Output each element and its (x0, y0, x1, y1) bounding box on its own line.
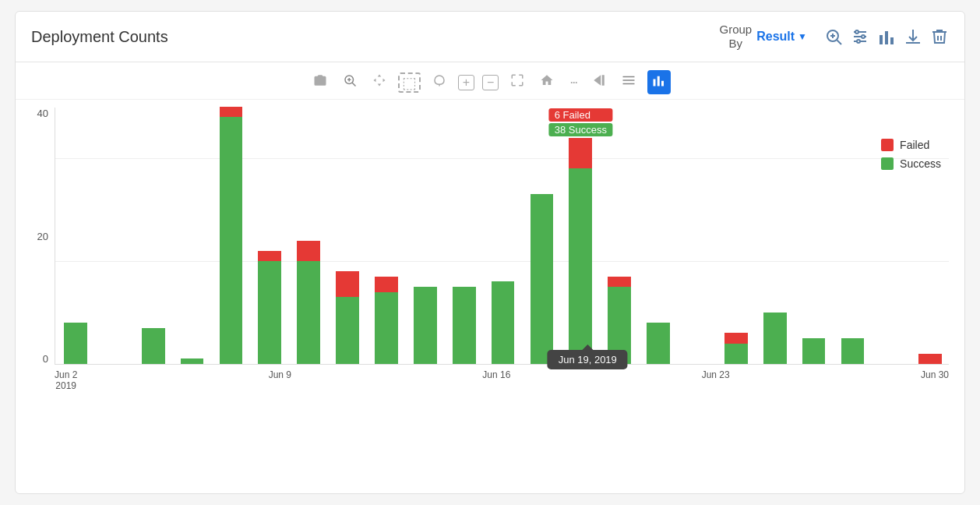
svg-rect-23 (654, 79, 656, 87)
bar-success[interactable] (297, 261, 320, 364)
bar-success[interactable] (181, 358, 204, 364)
select-toolbar-icon[interactable]: ⬚ (398, 72, 421, 93)
svg-point-9 (857, 40, 860, 43)
bar-success[interactable] (531, 194, 554, 364)
svg-marker-18 (594, 75, 601, 86)
lasso-toolbar-icon[interactable] (428, 70, 450, 94)
svg-point-8 (862, 35, 865, 38)
group-by-label: Group By (720, 23, 753, 51)
header-controls: Group By Result ▼ (720, 23, 950, 51)
bar-failed[interactable] (918, 354, 942, 364)
bar-success[interactable] (414, 287, 437, 364)
bar-group (679, 108, 716, 364)
bar-success[interactable] (724, 344, 748, 364)
bar-group (407, 108, 444, 364)
zoom-in-toolbar-icon[interactable]: + (458, 75, 474, 90)
bar-success[interactable] (220, 117, 243, 364)
bar-failed[interactable] (724, 333, 748, 343)
bar-group (290, 108, 327, 364)
svg-rect-21 (623, 79, 635, 81)
date-tooltip-text: Jun 19, 2019 (559, 354, 617, 366)
bars-container: 6 Failed38 Success (55, 108, 949, 365)
bar-failed[interactable] (569, 138, 592, 169)
bar-failed[interactable] (258, 251, 281, 261)
bar-group (717, 108, 755, 364)
bar-group (872, 108, 910, 364)
bar-group (213, 108, 250, 364)
zoom-out-toolbar-icon[interactable]: − (482, 75, 499, 90)
bar-group (251, 108, 288, 364)
camera-toolbar-icon[interactable] (309, 70, 331, 94)
x-label-jun23: Jun 23 (702, 369, 730, 391)
bar-group (834, 108, 872, 364)
hovermode-toolbar-icon[interactable] (618, 70, 640, 94)
bar-group (96, 108, 133, 364)
svg-rect-11 (885, 31, 888, 44)
result-dropdown[interactable]: Result ▼ (756, 30, 807, 44)
download-icon[interactable] (904, 27, 922, 46)
compare-toolbar-icon[interactable] (588, 70, 610, 94)
bar-success[interactable] (258, 261, 281, 364)
x-label-jun9: Jun 9 (269, 369, 291, 391)
bar-group (368, 108, 405, 364)
x-axis: Jun 2 2019 Jun 9 Jun 16 Jun 23 Jun 30 (55, 365, 949, 391)
bar-failed[interactable] (220, 107, 243, 117)
svg-rect-20 (623, 76, 635, 78)
bar-group (756, 108, 794, 364)
bar-success[interactable] (841, 338, 865, 364)
bar-failed[interactable] (297, 241, 320, 261)
chevron-down-icon: ▼ (798, 31, 807, 42)
bar-success[interactable] (802, 338, 826, 364)
bar-group (911, 108, 949, 364)
autoscale-toolbar-icon[interactable] (506, 70, 528, 94)
chart-main: 6 Failed38 Success Jun 2 2019 Jun 9 Jun … (55, 108, 949, 391)
x-label-jun30: Jun 30 (921, 369, 949, 391)
pan-toolbar-icon[interactable] (368, 70, 390, 94)
bar-success[interactable] (647, 323, 670, 364)
bar-success[interactable] (569, 168, 592, 364)
date-tooltip: Jun 19, 2019 (548, 350, 628, 369)
bar-group: 6 Failed38 Success (562, 108, 599, 364)
result-label: Result (756, 30, 795, 44)
bar-success[interactable] (492, 281, 515, 364)
svg-rect-22 (623, 83, 635, 85)
bar-group (485, 108, 522, 364)
svg-point-7 (855, 30, 858, 34)
bar-group (135, 108, 172, 364)
bar-failed[interactable] (608, 277, 631, 287)
bar-success[interactable] (142, 328, 165, 364)
card-title: Deployment Counts (31, 28, 168, 46)
bar-group (329, 108, 366, 364)
header-icons (824, 27, 949, 46)
y-label-20: 20 (37, 231, 48, 242)
zoom-toolbar-icon[interactable] (339, 70, 361, 94)
bar-success[interactable] (763, 313, 787, 364)
x-label-jun16: Jun 16 (482, 369, 510, 391)
bar-failed[interactable] (375, 277, 398, 292)
svg-line-15 (352, 83, 356, 87)
delete-icon[interactable] (930, 27, 949, 46)
bar-group (174, 108, 211, 364)
filter-settings-icon[interactable] (851, 27, 869, 46)
bar-group (795, 108, 833, 364)
chart-area: 0 20 40 6 Failed38 Success (16, 100, 964, 399)
bar-group (601, 108, 638, 364)
chart-wrapper: 0 20 40 6 Failed38 Success (16, 100, 964, 399)
x-label-jun2: Jun 2 2019 (55, 369, 77, 391)
bar-success[interactable] (453, 287, 476, 364)
bar-success[interactable] (336, 297, 359, 364)
bar-mode-toolbar-icon[interactable] (647, 70, 671, 94)
home-toolbar-icon[interactable] (536, 70, 558, 94)
search-zoom-icon[interactable] (824, 27, 843, 46)
spike-toolbar-icon[interactable]: ··· (566, 71, 580, 94)
bar-chart-icon[interactable] (877, 27, 896, 46)
bar-group (523, 108, 561, 364)
tooltip-arrow (582, 344, 593, 350)
bar-success[interactable] (375, 292, 398, 364)
svg-rect-19 (602, 75, 605, 86)
bar-failed[interactable] (336, 271, 359, 297)
bar-success[interactable] (64, 323, 87, 364)
y-label-0: 0 (43, 353, 48, 365)
bar-group (57, 108, 94, 364)
svg-rect-24 (657, 76, 660, 87)
